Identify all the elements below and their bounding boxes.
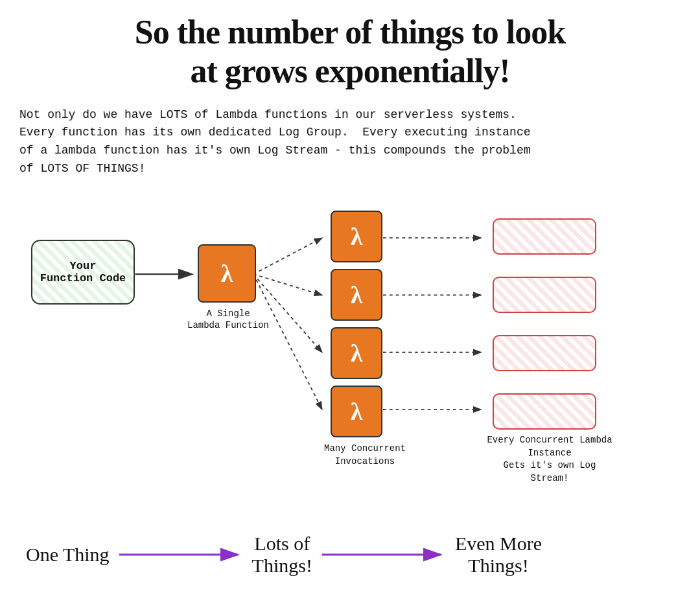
svg-line-3: [253, 238, 322, 274]
lambda-concurrent-bot-symbol: λ: [351, 397, 363, 426]
diagram-section: YourFunction Code λ A SingleLambda Funct…: [19, 191, 681, 431]
log-stream-box-2: [493, 277, 596, 313]
function-code-box: YourFunction Code: [31, 240, 135, 305]
lambda-concurrent-mid2: λ: [331, 327, 382, 379]
purple-arrow-2: [319, 538, 449, 571]
even-more-things-label: Even MoreThings!: [455, 533, 542, 577]
lots-of-things-label: Lots ofThings!: [252, 533, 312, 577]
description-text: Not only do we have LOTS of Lambda funct…: [19, 106, 681, 179]
one-thing-label: One Thing: [26, 544, 110, 566]
title-line2: at grows exponentially!: [19, 52, 681, 91]
svg-line-4: [253, 274, 322, 295]
svg-line-6: [253, 274, 322, 410]
log-stream-label: Every Concurrent Lambda InstanceGets it'…: [485, 434, 614, 485]
log-stream-box-4: [493, 393, 596, 430]
title-line1: So the number of things to look: [19, 13, 681, 52]
page-container: So the number of things to look at grows…: [0, 0, 700, 600]
log-stream-box-3: [493, 335, 596, 371]
lambda-concurrent-mid1: λ: [331, 269, 382, 321]
main-title: So the number of things to look at grows…: [19, 13, 681, 91]
lambda-single-label: A SingleLambda Function: [187, 308, 270, 331]
lambda-concurrent-top-symbol: λ: [351, 222, 363, 251]
function-code-label: YourFunction Code: [40, 260, 126, 284]
purple-arrow-1: [116, 538, 246, 571]
lambda-concurrent-mid2-symbol: λ: [351, 339, 363, 367]
lambda-concurrent-top: λ: [331, 211, 382, 262]
log-stream-box-1: [493, 218, 596, 255]
lambda-single-symbol: λ: [221, 259, 233, 288]
concurrent-label: Many ConcurrentInvocations: [323, 443, 407, 468]
bottom-section: One Thing Lots ofThings! Even MoreThings…: [0, 519, 700, 590]
lambda-concurrent-bot: λ: [331, 386, 382, 437]
lambda-concurrent-mid1-symbol: λ: [351, 281, 363, 309]
lambda-single-box: λ: [198, 244, 256, 303]
